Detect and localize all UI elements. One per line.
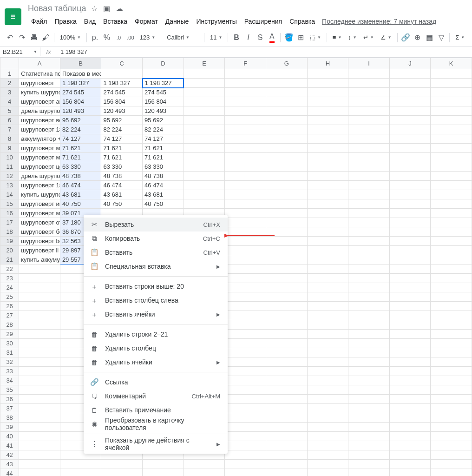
cell[interactable] [431,292,472,302]
cell[interactable] [348,172,390,181]
cell[interactable] [19,330,60,339]
cell[interactable] [225,116,266,125]
cell[interactable]: шуруповерт li [19,246,60,255]
cell[interactable] [225,79,266,88]
cell[interactable] [266,79,307,88]
cell[interactable] [348,255,390,264]
cell[interactable] [307,339,348,348]
cell[interactable] [19,367,60,376]
col-header-B[interactable]: B [60,58,101,69]
cell[interactable] [19,460,60,469]
cell[interactable] [19,413,60,423]
cell[interactable] [348,199,390,209]
cell[interactable] [389,153,431,162]
cell[interactable] [389,134,431,144]
cell[interactable] [225,432,266,441]
cell[interactable] [348,246,390,255]
cell[interactable] [307,292,348,302]
cell[interactable]: 1 198 327 [101,79,143,88]
cell[interactable] [184,199,225,209]
cell[interactable] [225,125,266,134]
cell[interactable] [348,460,390,469]
cell[interactable] [19,385,60,395]
cell[interactable] [307,255,348,264]
cell[interactable]: шуруповерт вольт [19,116,60,125]
cell[interactable] [389,339,431,348]
cell[interactable] [225,302,266,311]
name-box[interactable]: B2:B21▼ [0,48,40,55]
cell[interactable] [348,311,390,320]
sheets-logo[interactable] [5,8,21,25]
cell[interactable] [348,106,390,116]
cell[interactable]: 120 493 [60,106,101,116]
cell[interactable] [225,69,266,79]
cell[interactable] [266,357,307,367]
cell[interactable]: 71 621 [101,144,143,153]
row-header[interactable]: 44 [0,469,19,476]
inc-decimal-button[interactable]: .00 [125,32,136,44]
cell[interactable] [389,181,431,190]
cell[interactable] [307,413,348,423]
cell[interactable] [225,423,266,432]
cell[interactable] [389,88,431,97]
cell[interactable]: 40 750 [60,199,101,209]
cell[interactable] [225,88,266,97]
cell[interactable] [389,395,431,404]
star-icon[interactable]: ☆ [91,4,98,13]
ctx-paste[interactable]: 📋 Вставить Ctrl+V [84,245,228,259]
cell[interactable] [348,376,390,385]
cell[interactable] [348,292,390,302]
cell[interactable] [431,106,472,116]
row-header[interactable]: 24 [0,283,19,292]
cell[interactable] [431,441,472,450]
cell[interactable] [431,432,472,441]
row-header[interactable]: 21 [0,255,19,264]
cell[interactable] [431,79,472,88]
cell[interactable]: 46 474 [143,181,184,190]
functions-button[interactable]: Σ▼ [452,32,467,44]
cell[interactable] [225,246,266,255]
cell[interactable] [389,413,431,423]
cell[interactable]: шуруповерт цена [19,162,60,172]
cell[interactable]: купить шуруповерт [19,190,60,199]
cell[interactable]: 71 621 [60,144,101,153]
cell[interactable]: 95 692 [143,116,184,125]
cell[interactable] [184,153,225,162]
col-header-A[interactable]: A [19,58,60,69]
cloud-icon[interactable]: ☁ [116,4,123,13]
cell[interactable] [184,162,225,172]
row-header[interactable]: 43 [0,460,19,469]
row-header[interactable]: 15 [0,199,19,209]
cell[interactable] [348,237,390,246]
cell[interactable] [431,255,472,264]
move-icon[interactable]: ▣ [103,4,110,13]
cell[interactable] [266,181,307,190]
cell[interactable] [225,460,266,469]
cell[interactable]: шуруповерт bosch [19,237,60,246]
ctx-insert-cells[interactable]: + Вставить ячейки ▶ [84,307,228,321]
comment-button[interactable]: ⊕ [412,32,423,44]
cell[interactable]: 1 198 327 [143,79,184,88]
cell[interactable] [431,357,472,367]
cell[interactable]: 156 804 [143,97,184,106]
cell[interactable]: шуруповерт бош [19,227,60,237]
cell[interactable] [266,218,307,227]
cell[interactable] [266,190,307,199]
cell[interactable] [101,460,143,469]
cell[interactable]: 43 681 [143,190,184,199]
cell[interactable] [225,292,266,302]
cell[interactable] [389,97,431,106]
cell[interactable] [307,441,348,450]
cell[interactable] [225,274,266,283]
col-header-F[interactable]: F [225,58,266,69]
cell[interactable] [225,283,266,292]
cell[interactable] [348,97,390,106]
row-header[interactable]: 29 [0,330,19,339]
formula-input[interactable]: 1 198 327 [57,48,91,55]
col-header-K[interactable]: K [431,58,472,69]
menu-format[interactable]: Формат [131,16,161,27]
italic-button[interactable]: I [243,32,254,44]
row-header[interactable]: 1 [0,69,19,79]
cell[interactable] [307,125,348,134]
cell[interactable]: 43 681 [60,190,101,199]
